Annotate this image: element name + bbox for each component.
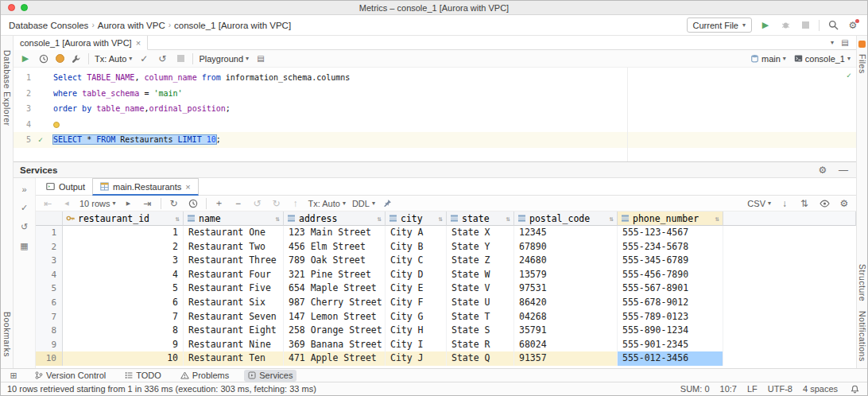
table-cell[interactable]: 555-789-0123	[618, 310, 723, 324]
toolwindow-button-structure[interactable]: Structure	[858, 264, 867, 301]
table-cell[interactable]: State T	[447, 310, 514, 324]
split-editor-icon[interactable]: ▤	[839, 37, 851, 49]
table-cell[interactable]: Restaurant Five	[184, 281, 284, 296]
table-cell[interactable]: Restaurant Three	[184, 254, 284, 268]
row-number[interactable]: 8	[36, 324, 63, 338]
table-row[interactable]: 22Restaurant Two456 Elm StreetCity BStat…	[36, 240, 856, 254]
table-cell[interactable]: State R	[447, 338, 514, 352]
reload-page-icon[interactable]: ↻	[168, 197, 180, 210]
playground-mode-select[interactable]: Playground ▾	[199, 54, 249, 64]
tab-result-grid[interactable]: main.Restaurants ×	[92, 178, 199, 196]
table-cell[interactable]: State W	[447, 268, 514, 282]
execute-button[interactable]: ▶	[19, 52, 32, 65]
tab-output[interactable]: Output	[39, 178, 92, 195]
run-configuration-select[interactable]: Current File ▾	[687, 17, 752, 33]
table-cell[interactable]: 7	[63, 310, 184, 324]
schema-select[interactable]: main ▾	[750, 54, 786, 64]
notifications-bell-icon[interactable]	[848, 382, 861, 395]
status-sum[interactable]: SUM: 0	[680, 384, 710, 394]
table-row[interactable]: 66Restaurant Six987 Cherry StreetCity FS…	[36, 296, 856, 310]
export-format-select[interactable]: CSV ▾	[747, 199, 771, 208]
first-page-icon[interactable]: ⇤	[41, 197, 54, 210]
ai-assistant-icon[interactable]	[858, 41, 866, 48]
inspection-ok-icon[interactable]: ✓	[847, 71, 851, 80]
export-data-icon[interactable]: ↓	[778, 197, 791, 210]
table-cell[interactable]: 97531	[514, 281, 618, 296]
grid-rollback-icon[interactable]: ↺	[21, 222, 28, 232]
table-cell[interactable]: 471 Apple Street	[284, 351, 386, 366]
status-caret-position[interactable]: 10:7	[720, 384, 737, 394]
table-row[interactable]: 1010Restaurant Ten471 Apple StreetCity J…	[36, 351, 856, 366]
editor-line[interactable]: 1Select TABLE_NAME, column_name from inf…	[14, 70, 856, 86]
table-cell[interactable]: 68024	[514, 338, 618, 352]
table-cell[interactable]: City I	[386, 338, 447, 352]
toolwindow-button-bookmarks[interactable]: Bookmarks	[2, 312, 12, 357]
import-data-icon[interactable]: ⇅	[798, 197, 811, 210]
sort-icon[interactable]: ⇅	[276, 212, 280, 226]
next-page-icon[interactable]: ▶	[122, 197, 135, 210]
status-line-ending[interactable]: LF	[747, 384, 758, 394]
table-cell[interactable]: 369 Banana Street	[284, 338, 386, 352]
column-header-restaurant_id[interactable]: restaurant_id⇅	[63, 212, 184, 226]
table-cell[interactable]: 5	[63, 281, 184, 296]
toolwindow-button-notifications[interactable]: Notifications	[858, 311, 867, 362]
table-cell[interactable]: 456 Elm Street	[284, 240, 386, 254]
title-bar[interactable]: Metrics – console_1 [Aurora with VPC]	[1, 1, 867, 15]
close-tab-icon[interactable]: ×	[136, 38, 141, 48]
editor-line[interactable]: 3order by table_name,ordinal_position;	[14, 101, 856, 117]
toolwindow-button-problems[interactable]: Problems	[176, 370, 233, 382]
table-cell[interactable]: City J	[386, 351, 447, 366]
table-cell[interactable]: 987 Cherry Street	[284, 296, 386, 310]
table-cell[interactable]: 555-567-8901	[618, 281, 723, 296]
column-header-state[interactable]: state⇅	[447, 212, 514, 226]
breadcrumb-database-consoles[interactable]: Database Consoles	[9, 21, 88, 30]
close-window-button[interactable]	[8, 4, 15, 11]
view-options-icon[interactable]: ▦	[20, 241, 28, 251]
expand-all-icon[interactable]: »	[21, 184, 26, 194]
table-cell[interactable]: 35791	[514, 324, 618, 338]
row-number[interactable]: 9	[36, 338, 63, 352]
row-number[interactable]: 4	[36, 268, 63, 282]
editor-line[interactable]: 5✓SELECT * FROM Restaurants LIMIT 10;	[14, 132, 856, 148]
table-cell[interactable]: 555-345-6789	[618, 254, 723, 268]
row-number[interactable]: 7	[36, 310, 63, 324]
grid-commit-icon[interactable]: ✓	[21, 203, 28, 213]
table-cell[interactable]: Restaurant One	[184, 226, 284, 240]
row-number-header[interactable]	[36, 212, 63, 226]
row-number[interactable]: 6	[36, 296, 63, 310]
data-views-eye-icon[interactable]	[818, 197, 831, 210]
search-everywhere-icon[interactable]	[827, 19, 839, 32]
services-panel-header[interactable]: Services ⚙ —	[14, 162, 856, 178]
table-cell[interactable]: 86420	[514, 296, 618, 310]
table-cell[interactable]: City C	[386, 254, 447, 268]
table-row[interactable]: 33Restaurant Three789 Oak StreetCity CSt…	[36, 254, 856, 268]
table-cell[interactable]: 67890	[514, 240, 618, 254]
table-cell[interactable]: 04268	[514, 310, 618, 324]
grid-tx-mode-select[interactable]: Tx: Auto ▾	[308, 199, 346, 208]
debug-button[interactable]	[779, 19, 792, 32]
toolwindow-button-todo[interactable]: TODO	[121, 370, 165, 382]
editor-line[interactable]: 4	[14, 117, 856, 133]
editor-line[interactable]: 2where table_schema = 'main'	[14, 86, 856, 102]
table-cell[interactable]: 789 Oak Street	[284, 254, 386, 268]
column-header-name[interactable]: name⇅	[184, 212, 284, 226]
breadcrumb-console[interactable]: console_1 [Aurora with VPC]	[174, 21, 291, 30]
fullscreen-window-button[interactable]	[21, 4, 28, 11]
table-cell[interactable]: Restaurant Four	[184, 268, 284, 282]
table-row[interactable]: 55Restaurant Five654 Maple StreetCity ES…	[36, 281, 856, 296]
table-cell[interactable]: 123 Main Street	[284, 226, 386, 240]
status-encoding[interactable]: UTF-8	[768, 384, 792, 394]
breadcrumb-datasource[interactable]: Aurora with VPC	[98, 21, 165, 30]
table-row[interactable]: 11Restaurant One123 Main StreetCity ASta…	[36, 226, 856, 240]
toolwindow-button-version-control[interactable]: Version Control	[31, 370, 110, 382]
sort-icon[interactable]: ⇅	[610, 212, 614, 226]
delete-row-icon[interactable]: −	[232, 197, 245, 210]
table-row[interactable]: 99Restaurant Nine369 Banana StreetCity I…	[36, 338, 856, 352]
table-cell[interactable]: State X	[447, 226, 514, 240]
table-cell[interactable]: 555-456-7890	[618, 268, 723, 282]
table-cell[interactable]: 4	[63, 268, 184, 282]
table-cell[interactable]: 9	[63, 338, 184, 352]
column-header-city[interactable]: city⇅	[386, 212, 447, 226]
table-cell[interactable]: 2	[63, 240, 184, 254]
table-cell[interactable]: 8	[63, 324, 184, 338]
